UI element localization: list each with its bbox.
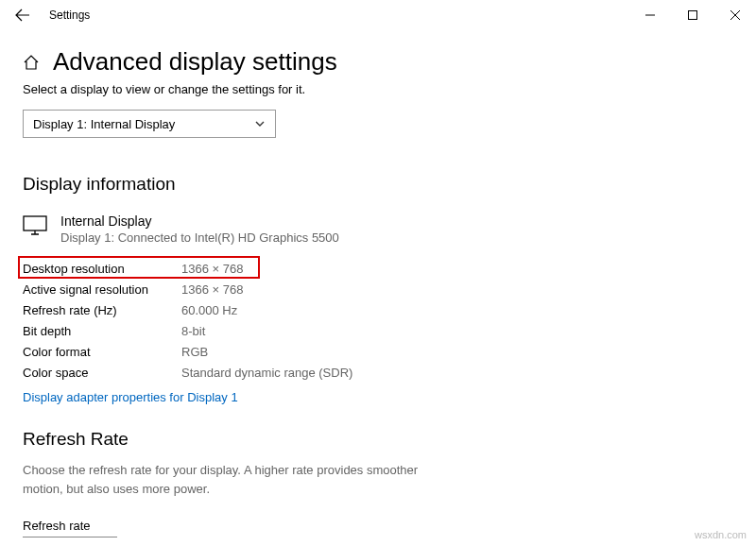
info-label: Desktop resolution (23, 262, 125, 276)
info-label: Color space (23, 362, 181, 383)
info-label: Color format (23, 341, 181, 362)
monitor-icon (23, 213, 47, 239)
minimize-icon (645, 10, 655, 20)
table-row: Bit depth 8-bit (23, 320, 370, 341)
display-info-table: Desktop resolution 1366 × 768 Active sig… (23, 258, 370, 383)
close-icon (730, 10, 740, 20)
back-arrow-icon (15, 8, 30, 23)
chevron-down-icon (254, 118, 266, 129)
maximize-icon (688, 10, 697, 20)
display-info-heading: Display information (23, 174, 733, 195)
close-button[interactable] (713, 0, 756, 30)
watermark: wsxdn.com (695, 529, 747, 540)
refresh-rate-description: Choose the refresh rate for your display… (23, 461, 420, 498)
refresh-rate-heading: Refresh Rate (23, 429, 733, 450)
info-value: 8-bit (181, 320, 370, 341)
refresh-rate-dropdown[interactable] (23, 537, 117, 540)
svg-rect-0 (688, 11, 696, 20)
display-adapter-properties-link[interactable]: Display adapter properties for Display 1 (23, 390, 238, 404)
display-selector-value: Display 1: Internal Display (33, 117, 175, 131)
info-value: 60.000 Hz (181, 299, 370, 320)
minimize-button[interactable] (628, 0, 671, 30)
info-label: Active signal resolution (23, 279, 181, 299)
info-label: Refresh rate (Hz) (23, 299, 181, 320)
info-label: Bit depth (23, 320, 181, 341)
info-value: RGB (181, 341, 370, 362)
table-row: Active signal resolution 1366 × 768 (23, 279, 370, 299)
page-subtitle: Select a display to view or change the s… (23, 82, 733, 96)
page-heading: Advanced display settings (53, 47, 337, 77)
table-row: Desktop resolution 1366 × 768 (23, 258, 370, 279)
back-button[interactable] (8, 0, 38, 30)
svg-rect-1 (24, 216, 46, 230)
info-value: 1366 × 768 (181, 279, 370, 299)
home-button[interactable] (23, 54, 40, 71)
info-value: 1366 × 768 (181, 258, 370, 279)
table-row: Refresh rate (Hz) 60.000 Hz (23, 299, 370, 320)
display-name: Internal Display (60, 213, 339, 229)
info-value: Standard dynamic range (SDR) (181, 362, 370, 383)
refresh-rate-label: Refresh rate (23, 519, 733, 533)
maximize-button[interactable] (671, 0, 713, 30)
table-row: Color format RGB (23, 341, 370, 362)
home-icon (23, 54, 40, 71)
display-selector-dropdown[interactable]: Display 1: Internal Display (23, 110, 276, 138)
display-connection: Display 1: Connected to Intel(R) HD Grap… (60, 230, 339, 245)
window-title: Settings (49, 9, 90, 22)
table-row: Color space Standard dynamic range (SDR) (23, 362, 370, 383)
